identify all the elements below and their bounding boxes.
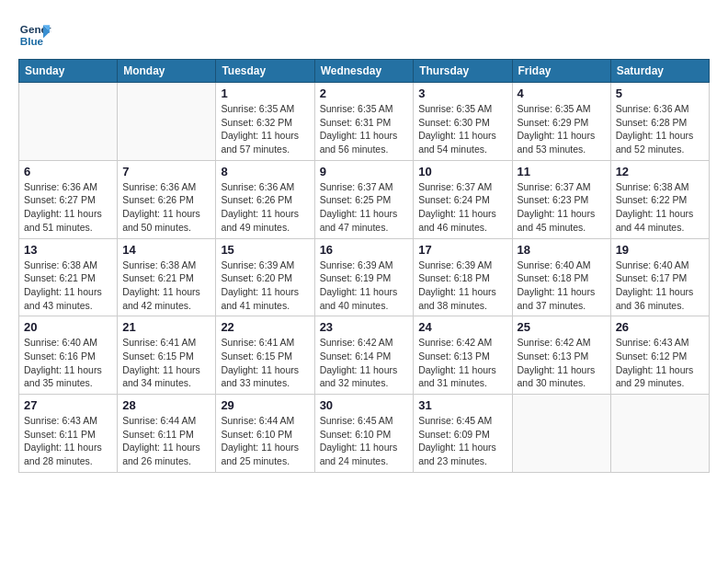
calendar-cell: 2Sunrise: 6:35 AM Sunset: 6:31 PM Daylig… bbox=[314, 83, 414, 161]
weekday-header-thursday: Thursday bbox=[414, 60, 512, 83]
calendar-cell: 25Sunrise: 6:42 AM Sunset: 6:13 PM Dayli… bbox=[512, 316, 610, 395]
day-number: 5 bbox=[616, 86, 704, 100]
svg-text:Blue: Blue bbox=[20, 35, 44, 47]
calendar-week-row: 27Sunrise: 6:43 AM Sunset: 6:11 PM Dayli… bbox=[19, 395, 710, 473]
day-info: Sunrise: 6:44 AM Sunset: 6:11 PM Dayligh… bbox=[122, 414, 210, 468]
day-info: Sunrise: 6:37 AM Sunset: 6:25 PM Dayligh… bbox=[320, 180, 409, 235]
day-info: Sunrise: 6:43 AM Sunset: 6:12 PM Dayligh… bbox=[616, 336, 704, 390]
day-number: 16 bbox=[320, 243, 409, 257]
calendar-cell: 4Sunrise: 6:35 AM Sunset: 6:29 PM Daylig… bbox=[512, 83, 610, 161]
calendar-cell: 30Sunrise: 6:45 AM Sunset: 6:10 PM Dayli… bbox=[314, 395, 414, 473]
calendar-cell: 23Sunrise: 6:42 AM Sunset: 6:14 PM Dayli… bbox=[314, 316, 414, 395]
day-info: Sunrise: 6:36 AM Sunset: 6:26 PM Dayligh… bbox=[122, 180, 210, 235]
day-info: Sunrise: 6:38 AM Sunset: 6:21 PM Dayligh… bbox=[24, 259, 112, 313]
day-info: Sunrise: 6:37 AM Sunset: 6:24 PM Dayligh… bbox=[418, 180, 506, 235]
calendar-week-row: 13Sunrise: 6:38 AM Sunset: 6:21 PM Dayli… bbox=[19, 238, 710, 316]
calendar-cell: 21Sunrise: 6:41 AM Sunset: 6:15 PM Dayli… bbox=[118, 316, 216, 395]
day-info: Sunrise: 6:35 AM Sunset: 6:29 PM Dayligh… bbox=[518, 102, 606, 156]
logo-icon: General Blue bbox=[18, 18, 51, 52]
day-number: 26 bbox=[616, 320, 704, 334]
day-number: 9 bbox=[320, 165, 409, 178]
calendar-cell: 5Sunrise: 6:36 AM Sunset: 6:28 PM Daylig… bbox=[610, 83, 709, 161]
calendar-cell: 14Sunrise: 6:38 AM Sunset: 6:21 PM Dayli… bbox=[118, 238, 216, 316]
calendar-cell: 16Sunrise: 6:39 AM Sunset: 6:19 PM Dayli… bbox=[314, 238, 414, 316]
day-info: Sunrise: 6:36 AM Sunset: 6:27 PM Dayligh… bbox=[24, 180, 112, 235]
calendar-cell: 29Sunrise: 6:44 AM Sunset: 6:10 PM Dayli… bbox=[216, 395, 314, 473]
day-number: 27 bbox=[24, 398, 112, 412]
calendar-cell: 24Sunrise: 6:42 AM Sunset: 6:13 PM Dayli… bbox=[414, 316, 512, 395]
day-number: 7 bbox=[122, 165, 210, 178]
day-info: Sunrise: 6:43 AM Sunset: 6:11 PM Dayligh… bbox=[24, 414, 112, 468]
day-info: Sunrise: 6:38 AM Sunset: 6:21 PM Dayligh… bbox=[122, 259, 210, 313]
day-number: 17 bbox=[418, 243, 506, 257]
calendar-cell: 11Sunrise: 6:37 AM Sunset: 6:23 PM Dayli… bbox=[512, 160, 610, 238]
calendar-cell: 17Sunrise: 6:39 AM Sunset: 6:18 PM Dayli… bbox=[414, 238, 512, 316]
calendar-cell: 1Sunrise: 6:35 AM Sunset: 6:32 PM Daylig… bbox=[216, 83, 314, 161]
day-number: 23 bbox=[320, 320, 409, 334]
calendar-cell: 18Sunrise: 6:40 AM Sunset: 6:18 PM Dayli… bbox=[512, 238, 610, 316]
day-info: Sunrise: 6:35 AM Sunset: 6:31 PM Dayligh… bbox=[320, 102, 409, 156]
day-number: 14 bbox=[122, 243, 210, 257]
weekday-header-saturday: Saturday bbox=[610, 60, 709, 83]
calendar-week-row: 6Sunrise: 6:36 AM Sunset: 6:27 PM Daylig… bbox=[19, 160, 710, 238]
calendar-cell: 7Sunrise: 6:36 AM Sunset: 6:26 PM Daylig… bbox=[118, 160, 216, 238]
day-info: Sunrise: 6:37 AM Sunset: 6:23 PM Dayligh… bbox=[518, 180, 606, 235]
calendar-cell: 13Sunrise: 6:38 AM Sunset: 6:21 PM Dayli… bbox=[19, 238, 118, 316]
calendar-cell bbox=[512, 395, 610, 473]
day-number: 24 bbox=[418, 320, 506, 334]
day-info: Sunrise: 6:39 AM Sunset: 6:20 PM Dayligh… bbox=[221, 259, 309, 313]
day-number: 3 bbox=[418, 86, 506, 100]
day-info: Sunrise: 6:41 AM Sunset: 6:15 PM Dayligh… bbox=[122, 336, 210, 390]
day-info: Sunrise: 6:42 AM Sunset: 6:14 PM Dayligh… bbox=[320, 336, 409, 390]
calendar-week-row: 20Sunrise: 6:40 AM Sunset: 6:16 PM Dayli… bbox=[19, 316, 710, 395]
day-number: 21 bbox=[122, 320, 210, 334]
weekday-header-tuesday: Tuesday bbox=[216, 60, 314, 83]
day-number: 13 bbox=[24, 243, 112, 257]
logo: General Blue bbox=[18, 18, 55, 52]
day-info: Sunrise: 6:40 AM Sunset: 6:18 PM Dayligh… bbox=[518, 259, 606, 313]
day-info: Sunrise: 6:40 AM Sunset: 6:17 PM Dayligh… bbox=[616, 259, 704, 313]
day-number: 25 bbox=[518, 320, 606, 334]
calendar-cell: 27Sunrise: 6:43 AM Sunset: 6:11 PM Dayli… bbox=[19, 395, 118, 473]
day-number: 11 bbox=[518, 165, 606, 178]
day-info: Sunrise: 6:45 AM Sunset: 6:10 PM Dayligh… bbox=[320, 414, 409, 468]
day-info: Sunrise: 6:39 AM Sunset: 6:19 PM Dayligh… bbox=[320, 259, 409, 313]
calendar-cell: 9Sunrise: 6:37 AM Sunset: 6:25 PM Daylig… bbox=[314, 160, 414, 238]
day-info: Sunrise: 6:38 AM Sunset: 6:22 PM Dayligh… bbox=[616, 180, 704, 235]
day-number: 8 bbox=[221, 165, 309, 178]
day-number: 12 bbox=[616, 165, 704, 178]
day-info: Sunrise: 6:35 AM Sunset: 6:32 PM Dayligh… bbox=[221, 102, 309, 156]
calendar-cell: 28Sunrise: 6:44 AM Sunset: 6:11 PM Dayli… bbox=[118, 395, 216, 473]
calendar-cell: 22Sunrise: 6:41 AM Sunset: 6:15 PM Dayli… bbox=[216, 316, 314, 395]
calendar-cell: 10Sunrise: 6:37 AM Sunset: 6:24 PM Dayli… bbox=[414, 160, 512, 238]
calendar-cell: 15Sunrise: 6:39 AM Sunset: 6:20 PM Dayli… bbox=[216, 238, 314, 316]
calendar-cell: 3Sunrise: 6:35 AM Sunset: 6:30 PM Daylig… bbox=[414, 83, 512, 161]
day-number: 20 bbox=[24, 320, 112, 334]
day-number: 28 bbox=[122, 398, 210, 412]
day-info: Sunrise: 6:42 AM Sunset: 6:13 PM Dayligh… bbox=[418, 336, 506, 390]
day-number: 30 bbox=[320, 398, 409, 412]
weekday-header-row: SundayMondayTuesdayWednesdayThursdayFrid… bbox=[19, 60, 710, 83]
day-number: 6 bbox=[24, 165, 112, 178]
day-info: Sunrise: 6:41 AM Sunset: 6:15 PM Dayligh… bbox=[221, 336, 309, 390]
weekday-header-monday: Monday bbox=[118, 60, 216, 83]
day-number: 1 bbox=[221, 86, 309, 100]
day-info: Sunrise: 6:44 AM Sunset: 6:10 PM Dayligh… bbox=[221, 414, 309, 468]
day-number: 10 bbox=[418, 165, 506, 178]
day-number: 22 bbox=[221, 320, 309, 334]
day-number: 2 bbox=[320, 86, 409, 100]
calendar-cell: 20Sunrise: 6:40 AM Sunset: 6:16 PM Dayli… bbox=[19, 316, 118, 395]
calendar-cell: 26Sunrise: 6:43 AM Sunset: 6:12 PM Dayli… bbox=[610, 316, 709, 395]
calendar-cell: 12Sunrise: 6:38 AM Sunset: 6:22 PM Dayli… bbox=[610, 160, 709, 238]
day-info: Sunrise: 6:39 AM Sunset: 6:18 PM Dayligh… bbox=[418, 259, 506, 313]
page-header: General Blue bbox=[18, 18, 710, 52]
day-info: Sunrise: 6:36 AM Sunset: 6:26 PM Dayligh… bbox=[221, 180, 309, 235]
calendar-week-row: 1Sunrise: 6:35 AM Sunset: 6:32 PM Daylig… bbox=[19, 83, 710, 161]
day-info: Sunrise: 6:45 AM Sunset: 6:09 PM Dayligh… bbox=[418, 414, 506, 468]
calendar-cell: 19Sunrise: 6:40 AM Sunset: 6:17 PM Dayli… bbox=[610, 238, 709, 316]
day-info: Sunrise: 6:35 AM Sunset: 6:30 PM Dayligh… bbox=[418, 102, 506, 156]
calendar-table: SundayMondayTuesdayWednesdayThursdayFrid… bbox=[18, 59, 710, 473]
calendar-cell: 8Sunrise: 6:36 AM Sunset: 6:26 PM Daylig… bbox=[216, 160, 314, 238]
calendar-cell bbox=[610, 395, 709, 473]
day-info: Sunrise: 6:40 AM Sunset: 6:16 PM Dayligh… bbox=[24, 336, 112, 390]
